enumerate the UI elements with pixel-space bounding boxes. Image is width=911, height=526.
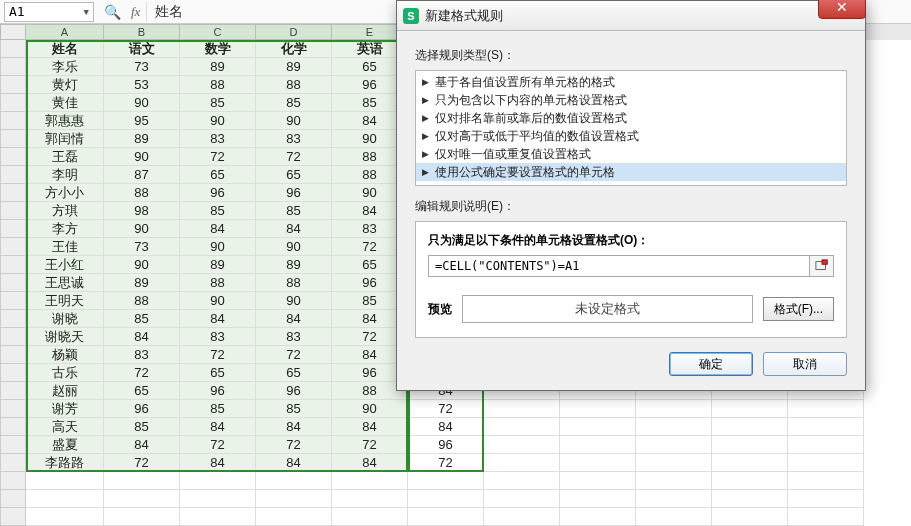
rule-type-item[interactable]: ▶仅对排名靠前或靠后的数值设置格式 (416, 109, 846, 127)
cancel-button[interactable]: 取消 (763, 352, 847, 376)
cell[interactable]: 84 (256, 220, 332, 238)
cell[interactable]: 87 (104, 166, 180, 184)
cell[interactable]: 95 (104, 112, 180, 130)
cell[interactable]: 85 (104, 418, 180, 436)
cell[interactable]: 72 (256, 148, 332, 166)
cell[interactable] (560, 454, 636, 472)
cell[interactable]: 96 (104, 400, 180, 418)
select-all-corner[interactable] (0, 24, 26, 40)
cell[interactable] (560, 508, 636, 526)
cell[interactable]: 83 (180, 328, 256, 346)
row-header[interactable] (0, 184, 26, 202)
row-header[interactable] (0, 346, 26, 364)
cell[interactable] (256, 472, 332, 490)
chevron-down-icon[interactable]: ▼ (84, 7, 89, 17)
cell[interactable]: 数学 (180, 40, 256, 58)
range-picker-button[interactable] (810, 255, 834, 277)
cell[interactable]: 84 (180, 310, 256, 328)
row-header[interactable] (0, 256, 26, 274)
cell[interactable]: 姓名 (26, 40, 104, 58)
cell[interactable] (712, 436, 788, 454)
cell[interactable] (484, 490, 560, 508)
cell[interactable] (484, 436, 560, 454)
cell[interactable] (484, 418, 560, 436)
cell[interactable]: 96 (180, 382, 256, 400)
row-header[interactable] (0, 112, 26, 130)
formula-input-field[interactable] (428, 255, 810, 277)
cell[interactable]: 郭闰情 (26, 130, 104, 148)
row-header[interactable] (0, 400, 26, 418)
cell[interactable] (712, 472, 788, 490)
row-header[interactable] (0, 220, 26, 238)
cell[interactable]: 83 (256, 130, 332, 148)
cell[interactable]: 李乐 (26, 58, 104, 76)
cell[interactable] (256, 490, 332, 508)
cell[interactable]: 83 (256, 328, 332, 346)
cell[interactable]: 72 (256, 346, 332, 364)
cell[interactable]: 王小红 (26, 256, 104, 274)
col-header-D[interactable]: D (256, 24, 332, 40)
row-header[interactable] (0, 274, 26, 292)
col-header-C[interactable]: C (180, 24, 256, 40)
cell[interactable]: 53 (104, 76, 180, 94)
cell[interactable] (560, 400, 636, 418)
cell[interactable] (560, 490, 636, 508)
cell[interactable]: 84 (408, 418, 484, 436)
cell[interactable]: 高天 (26, 418, 104, 436)
cell[interactable] (636, 436, 712, 454)
row-header[interactable] (0, 58, 26, 76)
cell[interactable]: 84 (256, 310, 332, 328)
cell[interactable] (180, 490, 256, 508)
cell[interactable]: 84 (332, 454, 408, 472)
cell[interactable]: 85 (180, 400, 256, 418)
rule-type-item[interactable]: ▶仅对高于或低于平均值的数值设置格式 (416, 127, 846, 145)
cell[interactable]: 90 (256, 292, 332, 310)
cell[interactable]: 谢晓天 (26, 328, 104, 346)
cell[interactable]: 72 (408, 400, 484, 418)
cell[interactable]: 84 (180, 220, 256, 238)
cell[interactable]: 谢晓 (26, 310, 104, 328)
cell[interactable] (104, 490, 180, 508)
search-icon[interactable]: 🔍 (100, 4, 125, 20)
cell[interactable]: 黄灯 (26, 76, 104, 94)
row-header[interactable] (0, 454, 26, 472)
cell[interactable] (712, 454, 788, 472)
cell[interactable]: 65 (256, 364, 332, 382)
cell[interactable]: 89 (180, 256, 256, 274)
cell[interactable]: 郭惠惠 (26, 112, 104, 130)
cell[interactable]: 85 (256, 94, 332, 112)
cell[interactable] (788, 472, 864, 490)
cell[interactable]: 杨颖 (26, 346, 104, 364)
cell[interactable] (180, 472, 256, 490)
cell[interactable] (636, 472, 712, 490)
cell[interactable]: 90 (104, 94, 180, 112)
cell[interactable] (788, 454, 864, 472)
cell[interactable] (332, 472, 408, 490)
cell[interactable] (560, 472, 636, 490)
rule-type-item[interactable]: ▶只为包含以下内容的单元格设置格式 (416, 91, 846, 109)
cell[interactable]: 化学 (256, 40, 332, 58)
cell[interactable] (636, 418, 712, 436)
cell[interactable] (788, 436, 864, 454)
cell[interactable] (560, 418, 636, 436)
cell[interactable]: 90 (180, 238, 256, 256)
cell[interactable] (788, 508, 864, 526)
cell[interactable] (636, 454, 712, 472)
cell[interactable] (408, 472, 484, 490)
cell[interactable] (712, 418, 788, 436)
cell[interactable] (636, 508, 712, 526)
cell[interactable]: 84 (104, 436, 180, 454)
cell[interactable] (712, 508, 788, 526)
cell[interactable]: 85 (180, 94, 256, 112)
cell[interactable]: 84 (104, 328, 180, 346)
cell[interactable]: 89 (256, 256, 332, 274)
cell[interactable]: 65 (104, 382, 180, 400)
cell[interactable]: 73 (104, 238, 180, 256)
cell[interactable]: 84 (332, 418, 408, 436)
cell[interactable] (256, 508, 332, 526)
row-header[interactable] (0, 94, 26, 112)
cell[interactable]: 72 (180, 436, 256, 454)
cell[interactable] (712, 400, 788, 418)
cell[interactable] (484, 454, 560, 472)
cell[interactable]: 84 (256, 454, 332, 472)
